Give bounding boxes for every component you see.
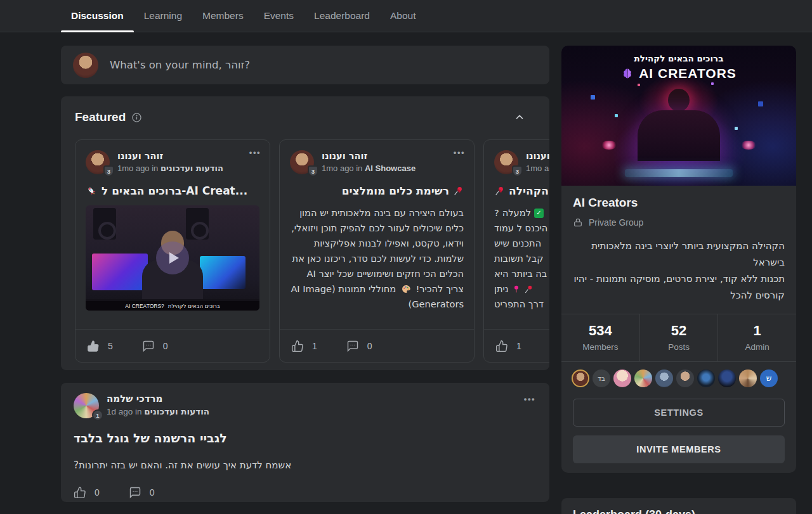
composer-prompt[interactable]: What's on your mind, זוהר? [110,59,250,71]
tab-learning[interactable]: Learning [134,0,192,32]
comment-button[interactable] [142,340,155,352]
cover-group-name: AI CREATORS [639,66,737,81]
invite-members-button[interactable]: INVITE MEMBERS [573,435,785,463]
post-title[interactable]: הקהילה [509,184,549,197]
like-button[interactable] [495,340,508,352]
comment-count: 0 [163,341,168,351]
tab-leaderboard[interactable]: Leaderboard [304,0,380,32]
body-fragment: התכנים שיש [494,236,541,251]
tab-members[interactable]: Members [192,0,254,32]
body-fragment: דרך התפריט [494,297,544,312]
post-author[interactable]: זוהר וענונו [117,150,223,162]
featured-section: Featured 3 זוהר וענונו 1mo ago in הודעות… [61,96,549,370]
cover-particle [711,82,714,85]
like-button[interactable] [87,340,100,352]
like-button[interactable] [74,486,86,499]
level-badge: 3 [308,165,318,177]
monitor-left [92,254,148,290]
cover-particle [638,84,640,86]
comment-button[interactable] [346,340,359,352]
post-author[interactable]: זוהר וענונו [322,150,416,162]
member-avatar[interactable] [739,369,757,387]
post-category[interactable]: הודעות ועדכונים [144,406,209,416]
level-badge: 3 [103,165,114,177]
info-icon[interactable] [131,112,142,123]
post-author[interactable]: מרדכי שלמה [107,393,209,404]
like-count: 1 [516,341,521,351]
current-user-avatar[interactable] [73,53,98,78]
featured-cards-row: 3 זוהר וענונו 1mo ago in הודעות ועדכונים… [75,139,546,363]
cover-particle [735,127,738,130]
comment-button[interactable] [129,486,141,499]
group-info-panel: ברוכים הבאים לקהילת AI CREATORS AI Creat… [561,46,796,473]
featured-post-card-welcome[interactable]: 3 זוהר וענונו 1mo ago in הודעות ועדכונים… [75,139,270,363]
video-caption-hebrew: ברוכים הבאים לקהילת [168,303,220,309]
posts-count: 52 [640,323,718,339]
member-avatar[interactable] [572,369,589,387]
cover-keyboard-glow [625,169,733,177]
post-time: 1mo ago in [117,164,158,173]
comment-count: 0 [367,341,372,351]
more-options-icon[interactable]: ••• [524,394,535,404]
feed-post-card[interactable]: 1 מרדכי שלמה 1d ago in הודעות ועדכונים •… [61,383,549,502]
speaker-right [186,208,209,240]
post-time: 1d ago in [107,407,142,416]
check-box-icon: ✓ [534,209,544,218]
member-avatar-initials[interactable]: בד [593,369,610,387]
body-fragment: קבל תשובות [494,251,544,266]
post-category[interactable]: הודעות ועדכונים [160,164,223,173]
member-avatar[interactable] [676,369,694,387]
pushpin-icon [453,186,464,196]
more-options-icon[interactable]: ••• [454,148,465,157]
featured-title: Featured [75,110,126,124]
post-time: 1mo ago in [526,164,549,173]
member-avatar[interactable] [655,369,673,387]
member-avatar-initials[interactable]: ש [760,369,778,387]
featured-post-card-tools[interactable]: 3 זוהר וענונו 1mo ago in AI Showcase •••… [279,139,475,363]
members-count: 534 [561,323,639,339]
collapse-chevron-up-icon[interactable] [514,112,525,123]
tab-about[interactable]: About [380,0,426,32]
level-badge: 1 [92,409,103,421]
body-fragment: ניתן [494,281,509,297]
body-fragment: בה ביותר היא [494,266,547,281]
member-avatar[interactable] [718,369,736,387]
post-title[interactable]: לגביי הרשמה של גוגל בלבד [74,431,227,445]
video-thumbnail[interactable]: AI CREATORS? ברוכים הבאים לקהילת [86,205,259,311]
member-avatar[interactable] [697,369,715,387]
cover-figure-body [638,110,720,161]
post-author[interactable]: זוהר וענונו [526,150,549,162]
pushpin-icon [524,285,534,294]
like-button[interactable] [291,340,304,352]
rocket-icon [86,185,98,197]
leaderboard-title: Leaderboard (30-days) [573,508,785,514]
post-category[interactable]: AI Showcase [365,164,416,173]
leaderboard-card: Leaderboard (30-days) [561,498,796,514]
member-avatar[interactable] [613,369,631,387]
play-button[interactable] [156,241,189,274]
more-options-icon[interactable]: ••• [249,148,261,157]
settings-button[interactable]: SETTINGS [573,399,785,427]
tab-events[interactable]: Events [254,0,304,32]
like-count: 5 [108,341,113,351]
post-title[interactable]: רשימת כלים מומלצים [342,184,449,197]
privacy-label: Private Group [589,217,643,228]
posts-label: Posts [640,342,718,352]
member-avatar[interactable] [634,369,652,387]
group-description-line: הקהילה המקצועית ביותר ליוצרי בינה מלאכות… [573,238,785,271]
body-fragment: למעלה [502,205,531,221]
post-body-text: בעולם היצירה עם בינה מלאכותית יש המון כל… [291,207,464,294]
lock-icon [573,217,583,228]
featured-post-card-community[interactable]: 3 זוהר וענונו 1mo ago in הקהילה ✓ למעלה … [483,139,549,363]
post-composer[interactable]: What's on your mind, זוהר? [61,46,549,84]
body-fragment: ? [494,205,499,221]
tab-discussion[interactable]: Discussion [61,0,134,32]
like-count: 1 [312,341,317,351]
post-title[interactable]: ברוכים הבאים ל-AI Creat... [102,184,247,197]
post-body-text: אשמח לדעת איך עושים את זה. והאם יש בזה י… [74,459,291,471]
group-description-line: תכנות ללא קוד, יצירת סרטים, מוסיקה ותמונ… [573,271,785,304]
body-fragment: היכנס ל עמוד [494,221,547,236]
cover-hand-left [601,141,617,150]
round-pushpin-icon [512,285,521,293]
video-caption-latin: AI CREATORS? [125,303,164,309]
